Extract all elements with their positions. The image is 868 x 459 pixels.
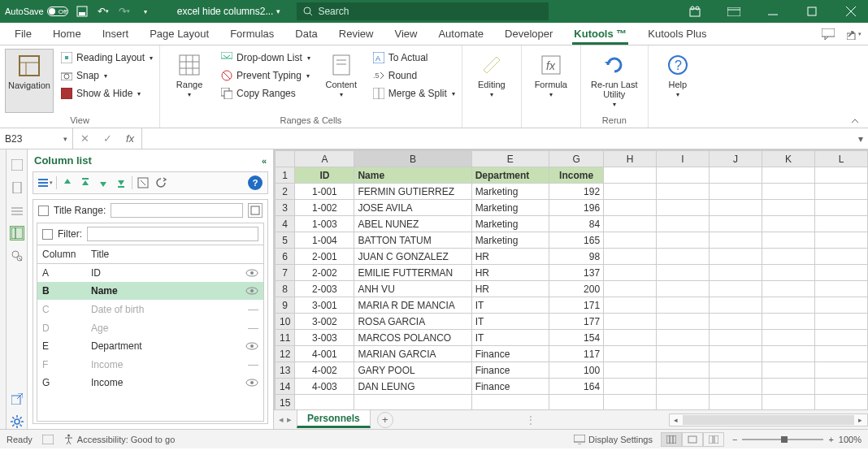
- cell-K6[interactable]: [762, 249, 814, 265]
- cell-I14[interactable]: [657, 379, 710, 395]
- tab-page-layout[interactable]: Page Layout: [140, 23, 219, 45]
- cell-K2[interactable]: [762, 184, 814, 200]
- cell-I7[interactable]: [657, 265, 710, 281]
- col-header-L[interactable]: L: [814, 151, 867, 167]
- row-header-4[interactable]: 4: [276, 216, 295, 232]
- cell-L1[interactable]: [814, 167, 867, 184]
- cell-J12[interactable]: [710, 346, 762, 362]
- cell-G11[interactable]: 154: [549, 330, 604, 346]
- cell-A3[interactable]: 1-002: [295, 200, 354, 216]
- reading-layout-button[interactable]: Reading Layout▾: [59, 49, 154, 67]
- cell-B11[interactable]: MARCOS POLANCO: [354, 330, 471, 346]
- col-header-I[interactable]: I: [657, 151, 710, 167]
- cell-G6[interactable]: 98: [549, 249, 604, 265]
- page-break-button[interactable]: [703, 432, 724, 447]
- cell-E2[interactable]: Marketing: [471, 184, 549, 200]
- cell-L8[interactable]: [814, 281, 867, 297]
- fx-button[interactable]: fx: [119, 132, 141, 145]
- title-range-input[interactable]: [111, 203, 243, 218]
- refresh-icon[interactable]: [154, 175, 168, 190]
- cell-G4[interactable]: 84: [549, 216, 604, 232]
- cell-E14[interactable]: Finance: [471, 379, 549, 395]
- column-list-item-A[interactable]: AID: [37, 264, 263, 282]
- macro-icon[interactable]: [42, 435, 54, 444]
- cell-E13[interactable]: Finance: [471, 362, 549, 379]
- cell-E3[interactable]: Marketing: [471, 200, 549, 216]
- move-top-icon[interactable]: [78, 175, 93, 190]
- cell-A14[interactable]: 4-003: [295, 379, 354, 395]
- cell-A9[interactable]: 3-001: [295, 297, 354, 314]
- cell-I13[interactable]: [657, 362, 710, 379]
- name-box[interactable]: B23▾: [0, 128, 73, 149]
- visibility-icon[interactable]: —: [248, 322, 258, 334]
- filename-dropdown[interactable]: excel hide columns2... ▾: [177, 6, 281, 17]
- row-header-3[interactable]: 3: [276, 200, 295, 216]
- cell-J10[interactable]: [710, 314, 762, 330]
- formula-input[interactable]: [142, 128, 853, 149]
- tab-automate[interactable]: Automate: [428, 23, 493, 45]
- col-header-G[interactable]: G: [549, 151, 604, 167]
- find-tab-icon[interactable]: [10, 249, 24, 263]
- row-header-10[interactable]: 10: [276, 314, 295, 330]
- cell-H1[interactable]: [604, 167, 657, 184]
- prevent-typing-button[interactable]: Prevent Typing▾: [219, 67, 312, 84]
- cell-grid[interactable]: ABEGHIJKL1IDNameDepartmentIncome21-001FE…: [274, 149, 868, 409]
- cell-G5[interactable]: 165: [549, 232, 604, 249]
- expand-formula-icon[interactable]: ▾: [853, 128, 868, 149]
- comments-button[interactable]: [819, 25, 837, 43]
- formula-button[interactable]: fx Formula▾: [527, 49, 575, 113]
- copy-ranges-button[interactable]: Copy Ranges: [219, 84, 312, 102]
- cell-H5[interactable]: [604, 232, 657, 249]
- cell-I11[interactable]: [657, 330, 710, 346]
- tab-kutools-[interactable]: Kutools ™: [564, 23, 636, 45]
- accept-formula-button[interactable]: ✓: [96, 132, 119, 145]
- cell-A10[interactable]: 3-002: [295, 314, 354, 330]
- search-input[interactable]: Search: [297, 2, 549, 20]
- cell-A11[interactable]: 3-003: [295, 330, 354, 346]
- cell-E6[interactable]: HR: [471, 249, 549, 265]
- cell-B6[interactable]: JUAN C GONZALEZ: [354, 249, 471, 265]
- workbook-tab-icon[interactable]: [10, 158, 24, 172]
- column-list-item-D[interactable]: DAge—: [37, 318, 263, 337]
- cell-K4[interactable]: [762, 216, 814, 232]
- cell-G13[interactable]: 100: [549, 362, 604, 379]
- rerun-button[interactable]: Re-run Last Utility▾: [586, 49, 643, 113]
- col-header-B[interactable]: B: [354, 151, 471, 167]
- ribbon-display-icon[interactable]: [722, 0, 746, 23]
- visibility-icon[interactable]: [245, 378, 258, 388]
- cell-J9[interactable]: [710, 297, 762, 314]
- cell-E12[interactable]: Finance: [471, 346, 549, 362]
- move-up-icon[interactable]: [60, 175, 75, 190]
- cell-I8[interactable]: [657, 281, 710, 297]
- cell-H3[interactable]: [604, 200, 657, 216]
- cell-A8[interactable]: 2-003: [295, 281, 354, 297]
- cell-J4[interactable]: [710, 216, 762, 232]
- move-bottom-icon[interactable]: [114, 175, 128, 190]
- cell-L14[interactable]: [814, 379, 867, 395]
- cell-J14[interactable]: [710, 379, 762, 395]
- cell-H2[interactable]: [604, 184, 657, 200]
- zoom-out-button[interactable]: −: [732, 435, 737, 444]
- cell-A12[interactable]: 4-001: [295, 346, 354, 362]
- tab-kutools-plus[interactable]: Kutools Plus: [638, 23, 716, 45]
- cell-K11[interactable]: [762, 330, 814, 346]
- display-settings-button[interactable]: Display Settings: [574, 435, 653, 444]
- cell-E9[interactable]: IT: [471, 297, 549, 314]
- editing-button[interactable]: Editing▾: [467, 49, 516, 113]
- cell-B3[interactable]: JOSE AVILA: [354, 200, 471, 216]
- sheet-tab-active[interactable]: Personnels: [297, 409, 371, 428]
- move-down-icon[interactable]: [96, 175, 111, 190]
- tab-home[interactable]: Home: [43, 23, 91, 45]
- navigation-button[interactable]: Navigation: [5, 49, 54, 113]
- tab-formulas[interactable]: Formulas: [220, 23, 284, 45]
- filter-input[interactable]: [87, 227, 258, 241]
- settings-icon[interactable]: [10, 414, 24, 429]
- maximize-button[interactable]: [800, 0, 824, 23]
- cell-B12[interactable]: MARIAN GARCIA: [354, 346, 471, 362]
- cell-J2[interactable]: [710, 184, 762, 200]
- cell-J13[interactable]: [710, 362, 762, 379]
- cell-I5[interactable]: [657, 232, 710, 249]
- row-header-13[interactable]: 13: [276, 362, 295, 379]
- column-list-item-E[interactable]: EDepartment: [37, 337, 263, 355]
- cell-E8[interactable]: HR: [471, 281, 549, 297]
